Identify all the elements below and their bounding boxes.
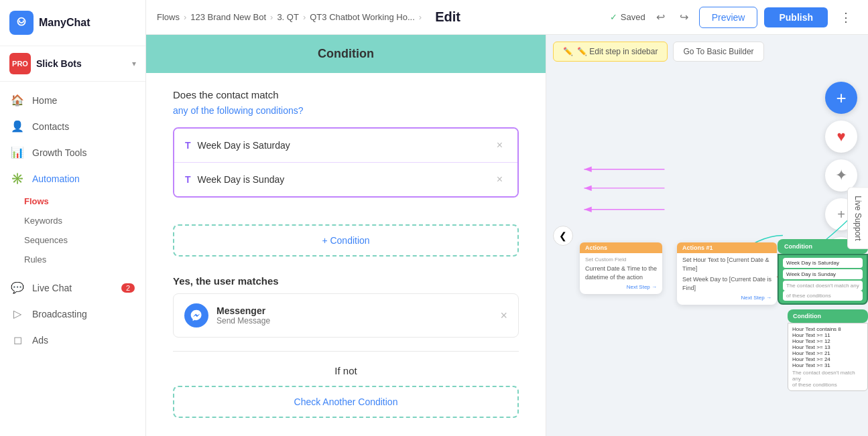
- yes-match-label: Yes, the user matches: [173, 275, 519, 287]
- live-support-tab[interactable]: Live Support: [847, 187, 868, 249]
- node-header-actions-1: Actions: [580, 242, 662, 253]
- chevron-down-icon: ▾: [132, 59, 136, 68]
- sidebar-item-growth-tools-label: Growth Tools: [32, 147, 86, 158]
- sidebar-item-growth-tools[interactable]: 📊 Growth Tools: [0, 139, 145, 165]
- sidebar-item-keywords[interactable]: Keywords: [0, 211, 145, 230]
- svg-point-1: [19, 20, 20, 21]
- check-another-condition-button[interactable]: Check Another Condition: [173, 386, 519, 418]
- saved-label: Saved: [621, 12, 645, 22]
- breadcrumb-qt[interactable]: 3. QT: [277, 12, 299, 22]
- condition-row-2: T Week Day is Sunday ×: [174, 163, 517, 196]
- condition-remove-1[interactable]: ×: [493, 138, 507, 153]
- growth-tools-icon: 📊: [11, 146, 24, 159]
- account-name: Slick Bots: [36, 58, 127, 69]
- breadcrumb-bot[interactable]: 123 Brand New Bot: [190, 12, 266, 22]
- topbar-left: Flows › 123 Brand New Bot › 3. QT › QT3 …: [157, 9, 460, 25]
- avatar: PRO: [9, 53, 31, 74]
- svg-point-0: [18, 18, 25, 25]
- sidebar-header: ManyChat: [0, 0, 145, 46]
- live-chat-badge: 2: [121, 283, 135, 293]
- favorites-button[interactable]: ♥: [825, 121, 857, 153]
- contacts-icon: 👤: [11, 120, 24, 133]
- node-content-actions-2: Set Hour Text to [Current Date & Time] S…: [682, 256, 771, 292]
- text-type-icon-2: T: [185, 174, 191, 185]
- breadcrumb-flows[interactable]: Flows: [157, 12, 180, 22]
- topbar-right: ✓ Saved ↩ ↪ Preview Publish ⋮: [610, 7, 857, 28]
- pencil-icon: ✏️: [563, 47, 573, 56]
- sidebar-item-flows[interactable]: Flows: [0, 192, 145, 211]
- panel-title: Condition: [318, 47, 374, 60]
- sidebar: ManyChat PRO Slick Bots ▾ 🏠 Home 👤 Conta…: [0, 0, 146, 436]
- condition-remove-2[interactable]: ×: [493, 172, 507, 187]
- redo-button[interactable]: ↪: [676, 8, 692, 26]
- condition-panel: Condition Does the contact match any of …: [146, 35, 546, 436]
- more-options-button[interactable]: ⋮: [834, 7, 857, 27]
- sidebar-item-automation[interactable]: ✳️ Automation: [0, 165, 145, 192]
- messenger-icon: [184, 303, 208, 328]
- sidebar-item-rules[interactable]: Rules: [0, 250, 145, 269]
- condition-question: Does the contact match: [173, 89, 519, 100]
- add-condition-button[interactable]: + Condition: [173, 224, 519, 257]
- broadcasting-icon: ▷: [11, 307, 24, 320]
- sidebar-item-contacts[interactable]: 👤 Contacts: [0, 113, 145, 139]
- flow-canvas[interactable]: ✏️ ✏️ Edit step in sidebar Go To Basic B…: [546, 35, 868, 436]
- logo-icon: [9, 11, 34, 35]
- go-basic-builder-button[interactable]: Go To Basic Builder: [673, 42, 763, 62]
- add-node-button[interactable]: +: [825, 82, 857, 114]
- node-header-actions-2: Actions #1: [677, 242, 777, 253]
- home-icon: 🏠: [11, 94, 24, 106]
- condition-box: T Week Day is Saturday × T Week Day is S…: [173, 127, 519, 198]
- editor-area: Condition Does the contact match any of …: [146, 35, 868, 436]
- sidebar-item-contacts-label: Contacts: [32, 121, 69, 132]
- sidebar-item-sequences[interactable]: Sequences: [0, 230, 145, 250]
- publish-button[interactable]: Publish: [764, 7, 828, 27]
- messenger-box: Messenger Send Message ×: [173, 293, 519, 338]
- check-icon: ✓: [610, 12, 617, 22]
- account-section[interactable]: PRO Slick Bots ▾: [0, 46, 145, 82]
- text-type-icon-1: T: [185, 140, 191, 151]
- sidebar-item-live-chat-label: Live Chat: [32, 283, 72, 293]
- canvas-top-actions: ✏️ ✏️ Edit step in sidebar Go To Basic B…: [553, 42, 764, 62]
- sidebar-item-automation-label: Automation: [32, 173, 80, 184]
- sidebar-item-home-label: Home: [32, 95, 57, 106]
- panel-header: Condition: [146, 35, 546, 73]
- condition-text-2: Week Day is Sunday: [198, 174, 493, 185]
- panel-body: Does the contact match any of the follow…: [146, 73, 546, 214]
- condition-text-1: Week Day is Saturday: [198, 140, 493, 151]
- messenger-action: Send Message: [216, 316, 492, 325]
- condition-link[interactable]: any of the following conditions?: [173, 105, 304, 116]
- divider: [173, 351, 519, 352]
- ads-icon: ◻: [11, 334, 24, 346]
- sidebar-item-ads[interactable]: ◻ Ads: [0, 327, 145, 353]
- sidebar-item-home[interactable]: 🏠 Home: [0, 87, 145, 113]
- sidebar-item-broadcasting-label: Broadcasting: [32, 309, 87, 319]
- preview-button[interactable]: Preview: [699, 7, 758, 28]
- edit-sidebar-button[interactable]: ✏️ ✏️ Edit step in sidebar: [553, 42, 668, 62]
- breadcrumb-chatbot[interactable]: QT3 Chatbot Working Ho...: [310, 12, 415, 22]
- if-not-label: If not: [146, 365, 546, 376]
- svg-point-2: [23, 20, 24, 21]
- live-chat-icon: 💬: [11, 281, 24, 294]
- sidebar-item-live-chat[interactable]: 💬 Live Chat 2: [0, 275, 145, 301]
- sidebar-item-ads-label: Ads: [32, 335, 48, 346]
- logo[interactable]: ManyChat: [9, 11, 90, 35]
- sidebar-item-broadcasting[interactable]: ▷ Broadcasting: [0, 301, 145, 327]
- automation-sub-nav: Flows Keywords Sequences Rules: [0, 192, 145, 269]
- page-title: Edit: [435, 9, 460, 25]
- messenger-name: Messenger: [216, 305, 492, 316]
- automation-icon: ✳️: [11, 172, 24, 185]
- actions-node-2[interactable]: Actions #1 Set Hour Text to [Current Dat…: [677, 242, 777, 305]
- breadcrumb: Flows › 123 Brand New Bot › 3. QT › QT3 …: [157, 12, 422, 22]
- undo-button[interactable]: ↩: [652, 8, 669, 26]
- saved-status: ✓ Saved: [610, 12, 645, 22]
- condition-node-2[interactable]: Condition Hour Text contains 8 Hour Text…: [788, 309, 868, 391]
- topbar: Flows › 123 Brand New Bot › 3. QT › QT3 …: [146, 0, 868, 35]
- canvas-nav-left-button[interactable]: ❮: [553, 226, 573, 246]
- logo-text: ManyChat: [39, 17, 90, 29]
- nav-items: 🏠 Home 👤 Contacts 📊 Growth Tools ✳️ Auto…: [0, 82, 145, 436]
- condition-row-1: T Week Day is Saturday ×: [174, 129, 517, 163]
- messenger-remove-button[interactable]: ×: [500, 309, 507, 323]
- messenger-info: Messenger Send Message: [216, 305, 492, 325]
- actions-node-1[interactable]: Actions Set Custom Field Current Date & …: [580, 242, 662, 294]
- main-content: Flows › 123 Brand New Bot › 3. QT › QT3 …: [146, 0, 868, 436]
